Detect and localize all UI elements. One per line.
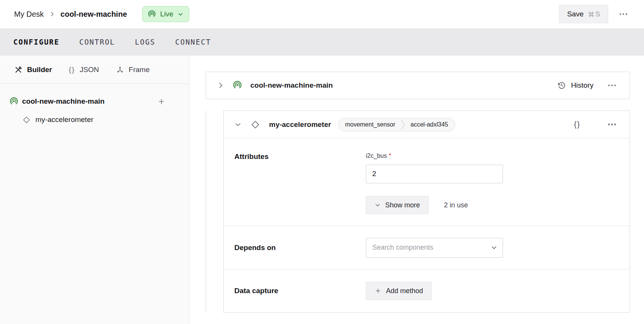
depends-on-section-label: Depends on [234, 244, 366, 252]
save-shortcut: S [588, 10, 600, 18]
machine-part-title: cool-new-machine-main [250, 81, 333, 90]
data-capture-section: Data capture Add method [224, 269, 630, 312]
broadcast-icon [233, 81, 242, 90]
component-model: accel-adxl345 [405, 121, 455, 128]
chevron-down-icon [375, 202, 381, 208]
tab-connect[interactable]: CONNECT [175, 38, 211, 46]
show-more-label: Show more [385, 201, 420, 209]
part-menu-button[interactable] [605, 82, 619, 90]
save-button[interactable]: Save S [559, 5, 608, 23]
machine-status-dropdown[interactable]: Live [142, 6, 189, 22]
config-main-panel: cool-new-machine-main History [189, 56, 644, 324]
history-button[interactable]: History [557, 81, 593, 90]
config-sidebar: Builder {} JSON Frame [0, 56, 189, 324]
chevron-right-icon [49, 11, 55, 17]
component-type-badge: movement_sensor accel-adxl345 [338, 118, 455, 132]
broadcast-icon [10, 97, 18, 106]
edit-json-button[interactable]: {} [574, 120, 580, 129]
component-title: my-accelerometer [269, 120, 331, 129]
collapse-chevron-down-icon[interactable] [234, 121, 242, 128]
component-subtype: movement_sensor [338, 121, 400, 128]
required-asterisk: * [389, 152, 391, 159]
plus-icon [375, 287, 381, 294]
tree-item-label: cool-new-machine-main [22, 97, 104, 106]
mode-tab-json[interactable]: {} JSON [69, 66, 99, 74]
ellipsis-icon [608, 85, 616, 87]
component-diamond-icon [22, 116, 30, 124]
tab-control[interactable]: CONTROL [79, 38, 115, 46]
depends-on-section: Depends on [224, 226, 630, 269]
history-icon [557, 81, 566, 90]
add-method-label: Add method [386, 287, 423, 295]
component-card-wrapper: my-accelerometer movement_sensor accel-a… [206, 111, 630, 313]
braces-icon: {} [69, 66, 75, 74]
machine-status-label: Live [160, 10, 173, 18]
i2c-bus-field-label: i2c_bus * [366, 152, 503, 159]
save-button-label: Save [567, 10, 583, 18]
plus-icon [157, 98, 165, 106]
tab-configure[interactable]: CONFIGURE [13, 38, 59, 46]
mode-tab-json-label: JSON [80, 66, 99, 74]
component-card-header: my-accelerometer movement_sensor accel-a… [224, 111, 630, 138]
mode-tab-frame[interactable]: Frame [116, 66, 150, 74]
save-shortcut-key: S [595, 10, 600, 18]
chevron-down-icon [491, 244, 497, 251]
i2c-bus-input[interactable] [366, 165, 503, 183]
component-menu-button[interactable] [605, 120, 619, 128]
machine-part-card: cool-new-machine-main History [206, 72, 630, 99]
machine-tab-bar: CONFIGURE CONTROL LOGS CONNECT [0, 28, 644, 56]
breadcrumb: My Desk cool-new-machine [14, 10, 127, 19]
component-diamond-icon [251, 120, 260, 129]
attributes-section-label: Attributes [234, 152, 366, 214]
add-component-button[interactable] [157, 98, 165, 106]
tab-logs[interactable]: LOGS [135, 38, 155, 46]
ellipsis-icon [608, 124, 616, 125]
show-more-row: Show more 2 in use [366, 196, 503, 214]
braces-icon: {} [574, 120, 580, 128]
depends-on-search-input[interactable] [372, 244, 491, 252]
attributes-section: Attributes i2c_bus * Show [224, 138, 630, 226]
tools-icon [14, 66, 22, 74]
show-more-button[interactable]: Show more [366, 196, 429, 214]
mode-tab-builder[interactable]: Builder [14, 66, 52, 74]
command-icon [588, 11, 594, 18]
config-mode-tabs: Builder {} JSON Frame [0, 56, 189, 84]
tree-item-accelerometer[interactable]: my-accelerometer [0, 111, 189, 129]
badge-divider-chevron-icon [400, 120, 405, 130]
tree-item-label: my-accelerometer [35, 115, 93, 124]
data-capture-section-label: Data capture [234, 287, 366, 295]
attributes-in-use-count: 2 in use [444, 201, 468, 209]
machine-part-tree: cool-new-machine-main my-accelerometer [0, 84, 189, 129]
attributes-form: i2c_bus * Show more 2 in use [366, 152, 503, 214]
ellipsis-icon [620, 13, 628, 15]
component-card: my-accelerometer movement_sensor accel-a… [223, 111, 630, 313]
frame-axes-icon [116, 66, 124, 74]
machine-menu-button[interactable] [617, 10, 631, 18]
tree-item-main-part[interactable]: cool-new-machine-main [0, 92, 189, 111]
expand-chevron-right-icon[interactable] [217, 82, 224, 89]
top-bar: My Desk cool-new-machine Live Save [0, 0, 644, 28]
breadcrumb-machine-name: cool-new-machine [61, 10, 127, 19]
chevron-down-icon [178, 11, 183, 17]
configure-page: Builder {} JSON Frame [0, 56, 644, 324]
broadcast-icon [148, 10, 156, 18]
breadcrumb-location-link[interactable]: My Desk [14, 10, 44, 19]
field-label-text: i2c_bus [366, 152, 387, 159]
add-method-button[interactable]: Add method [366, 282, 432, 300]
mode-tab-builder-label: Builder [27, 66, 52, 74]
history-button-label: History [571, 81, 593, 90]
depends-on-select[interactable] [366, 238, 503, 258]
mode-tab-frame-label: Frame [129, 66, 150, 74]
